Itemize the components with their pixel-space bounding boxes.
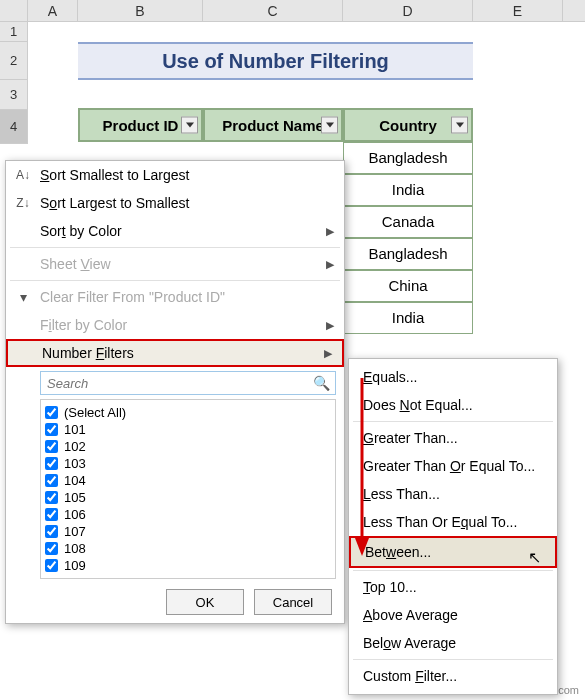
filter-button-product-name[interactable] [321, 117, 338, 134]
separator [353, 659, 553, 660]
header-label: Country [379, 117, 437, 134]
checkbox[interactable] [45, 457, 58, 470]
sort-asc-icon: A↓ [14, 168, 32, 182]
chevron-right-icon: ▶ [326, 258, 334, 271]
header-product-name[interactable]: Product Name [203, 108, 343, 142]
select-all-checkbox[interactable]: (Select All) [45, 404, 331, 421]
separator [353, 421, 553, 422]
table-cell[interactable]: India [343, 174, 473, 206]
menu-label: Clear Filter From "Product ID" [40, 289, 225, 305]
column-headers: A B C D E [0, 0, 585, 22]
filter-value-item[interactable]: 105 [45, 489, 331, 506]
sort-desc-icon: Z↓ [14, 196, 32, 210]
filter-by-color-item: Filter by Color ▶ [6, 311, 344, 339]
number-filters-submenu: Equals... Does Not Equal... Greater Than… [348, 358, 558, 695]
chevron-right-icon: ▶ [326, 319, 334, 332]
menu-label: Number Filters [42, 345, 134, 361]
chevron-right-icon: ▶ [324, 347, 332, 360]
country-column: Bangladesh India Canada Bangladesh China… [343, 142, 473, 334]
filter-dropdown: A↓ Sort Smallest to Largest Z↓ Sort Larg… [5, 160, 345, 624]
sort-asc-item[interactable]: A↓ Sort Smallest to Largest [6, 161, 344, 189]
filter-value-item[interactable]: 104 [45, 472, 331, 489]
filter-value-item[interactable]: 103 [45, 455, 331, 472]
lte-item[interactable]: Less Than Or Equal To... [349, 508, 557, 536]
checkbox[interactable] [45, 508, 58, 521]
col-header-A[interactable]: A [28, 0, 78, 21]
table-cell[interactable]: China [343, 270, 473, 302]
checkbox[interactable] [45, 542, 58, 555]
separator [353, 570, 553, 571]
table-cell[interactable]: Canada [343, 206, 473, 238]
filter-value-item[interactable]: 108 [45, 540, 331, 557]
menu-label: Sort Largest to Smallest [40, 195, 189, 211]
greater-than-item[interactable]: Greater Than... [349, 424, 557, 452]
table-cell[interactable]: Bangladesh [343, 238, 473, 270]
clear-filter-item: ▾ Clear Filter From "Product ID" [6, 283, 344, 311]
checkbox[interactable] [45, 559, 58, 572]
ok-button[interactable]: OK [166, 589, 244, 615]
row-header-3[interactable]: 3 [0, 80, 28, 110]
sort-by-color-item[interactable]: Sort by Color ▶ [6, 217, 344, 245]
not-equal-item[interactable]: Does Not Equal... [349, 391, 557, 419]
clear-filter-icon: ▾ [14, 289, 32, 305]
header-label: Product ID [103, 117, 179, 134]
col-header-C[interactable]: C [203, 0, 343, 21]
header-country[interactable]: Country [343, 108, 473, 142]
filter-button-product-id[interactable] [181, 117, 198, 134]
table-cell[interactable]: India [343, 302, 473, 334]
above-average-item[interactable]: Above Average [349, 601, 557, 629]
col-header-D[interactable]: D [343, 0, 473, 21]
menu-label: Filter by Color [40, 317, 127, 333]
chevron-right-icon: ▶ [326, 225, 334, 238]
filter-value-item[interactable]: 106 [45, 506, 331, 523]
row-headers: 1 2 3 4 [0, 22, 28, 144]
page-title: Use of Number Filtering [78, 42, 473, 80]
equals-item[interactable]: Equals... [349, 363, 557, 391]
checkbox[interactable] [45, 491, 58, 504]
gte-item[interactable]: Greater Than Or Equal To... [349, 452, 557, 480]
separator [10, 280, 340, 281]
less-than-item[interactable]: Less Than... [349, 480, 557, 508]
select-all-corner[interactable] [0, 0, 28, 21]
dialog-buttons: OK Cancel [6, 581, 344, 623]
checkbox[interactable] [45, 525, 58, 538]
custom-filter-item[interactable]: Custom Filter... [349, 662, 557, 690]
search-input[interactable] [40, 371, 336, 395]
filter-value-item[interactable]: 109 [45, 557, 331, 574]
below-average-item[interactable]: Below Average [349, 629, 557, 657]
search-icon: 🔍 [313, 375, 330, 391]
col-header-E[interactable]: E [473, 0, 563, 21]
header-label: Product Name [222, 117, 324, 134]
filter-value-item[interactable]: 107 [45, 523, 331, 540]
header-product-id[interactable]: Product ID [78, 108, 203, 142]
menu-label: Sort by Color [40, 223, 122, 239]
menu-label: Sheet View [40, 256, 111, 272]
row-header-4[interactable]: 4 [0, 110, 28, 144]
svg-marker-1 [355, 538, 369, 556]
mouse-cursor-icon: ↖ [528, 548, 541, 567]
number-filters-item[interactable]: Number Filters ▶ [6, 339, 344, 367]
filter-value-item[interactable]: 101 [45, 421, 331, 438]
separator [10, 247, 340, 248]
filter-values-list[interactable]: (Select All) 101 102 103 104 105 106 107… [40, 399, 336, 579]
table-cell[interactable]: Bangladesh [343, 142, 473, 174]
col-header-B[interactable]: B [78, 0, 203, 21]
annotation-arrow [352, 378, 372, 558]
filter-button-country[interactable] [451, 117, 468, 134]
filter-value-item[interactable]: 102 [45, 438, 331, 455]
search-box: 🔍 [40, 371, 336, 395]
checkbox[interactable] [45, 423, 58, 436]
between-item[interactable]: Between... [349, 536, 557, 568]
menu-label: Sort Smallest to Largest [40, 167, 189, 183]
checkbox[interactable] [45, 474, 58, 487]
row-header-2[interactable]: 2 [0, 42, 28, 80]
table-header-row: Product ID Product Name Country [78, 108, 473, 142]
sheet-view-item: Sheet View ▶ [6, 250, 344, 278]
checkbox[interactable] [45, 440, 58, 453]
top-10-item[interactable]: Top 10... [349, 573, 557, 601]
cancel-button[interactable]: Cancel [254, 589, 332, 615]
row-header-1[interactable]: 1 [0, 22, 28, 42]
sort-desc-item[interactable]: Z↓ Sort Largest to Smallest [6, 189, 344, 217]
checkbox[interactable] [45, 406, 58, 419]
